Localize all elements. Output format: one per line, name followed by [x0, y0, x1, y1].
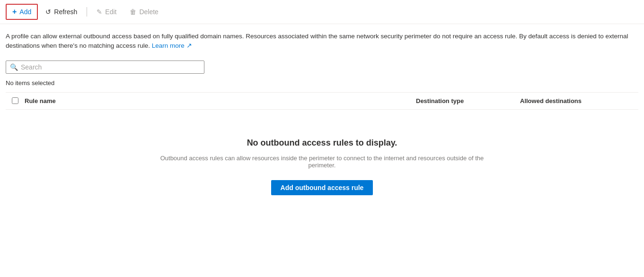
col-header-dest-type: Destination type — [416, 97, 520, 104]
description-text: A profile can allow external outbound ac… — [0, 24, 634, 57]
empty-state: No outbound access rules to display. Out… — [6, 110, 638, 214]
add-button[interactable]: + Add — [6, 4, 38, 20]
empty-title: No outbound access rules to display. — [247, 138, 397, 148]
col-header-allowed-dest: Allowed destinations — [520, 97, 638, 104]
no-items-label: No items selected — [0, 76, 644, 92]
add-outbound-rule-label: Add outbound access rule — [281, 184, 364, 191]
external-link-icon: ↗ — [186, 42, 192, 49]
search-box-container: 🔍 — [6, 61, 204, 74]
empty-subtitle: Outbound access rules can allow resource… — [157, 155, 488, 169]
refresh-label: Refresh — [54, 8, 77, 16]
learn-more-label: Learn more — [152, 42, 185, 49]
delete-button[interactable]: 🗑 Delete — [124, 5, 164, 18]
search-icon: 🔍 — [10, 63, 18, 71]
col-header-rule-name: Rule name — [25, 97, 416, 104]
search-input[interactable] — [21, 63, 200, 71]
description-body: A profile can allow external outbound ac… — [6, 33, 628, 49]
add-label: Add — [19, 8, 31, 16]
table-container: Rule name Destination type Allowed desti… — [0, 92, 644, 214]
add-outbound-rule-button[interactable]: Add outbound access rule — [271, 180, 373, 195]
plus-icon: + — [12, 8, 17, 16]
toolbar-divider — [87, 7, 87, 17]
header-checkbox-col — [6, 97, 25, 104]
learn-more-link[interactable]: Learn more ↗ — [152, 42, 192, 49]
edit-icon: ✎ — [97, 8, 102, 16]
edit-label: Edit — [105, 8, 116, 16]
select-all-checkbox[interactable] — [12, 97, 18, 104]
search-area: 🔍 — [0, 57, 644, 76]
delete-icon: 🗑 — [130, 8, 136, 16]
delete-label: Delete — [139, 8, 158, 16]
refresh-button[interactable]: ↺ Refresh — [40, 5, 83, 18]
toolbar: + Add ↺ Refresh ✎ Edit 🗑 Delete — [0, 0, 644, 24]
no-items-text: No items selected — [6, 79, 54, 87]
table-header: Rule name Destination type Allowed desti… — [6, 92, 638, 110]
refresh-icon: ↺ — [45, 8, 51, 16]
edit-button[interactable]: ✎ Edit — [91, 5, 122, 18]
